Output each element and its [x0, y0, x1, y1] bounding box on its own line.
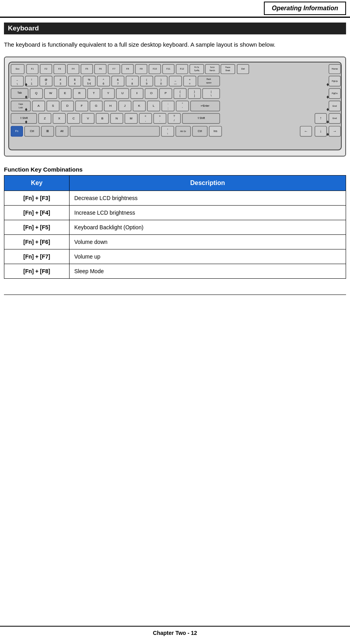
svg-text:Q: Q: [35, 91, 38, 95]
svg-text:Prt Sc: Prt Sc: [194, 66, 199, 68]
svg-text:Z: Z: [44, 117, 46, 120]
footer-text: Chapter Two - 12: [153, 630, 197, 636]
col-desc-header: Description: [70, 176, 346, 191]
svg-text:J: J: [124, 104, 126, 108]
svg-text:→: →: [333, 129, 337, 133]
table-row: [Fn] + [F6]Volume down: [4, 235, 346, 249]
fkc-table: Key Description [Fn] + [F3]Decrease LCD …: [4, 175, 346, 279]
svg-text:⊞: ⊞: [46, 129, 49, 133]
svg-text:↑: ↑: [320, 116, 322, 120]
svg-text:Alt: Alt: [60, 130, 64, 132]
svg-text:Back: Back: [207, 78, 211, 80]
svg-text:B: B: [101, 117, 103, 120]
svg-rect-79: [198, 76, 220, 86]
svg-text:5 €: 5 €: [87, 82, 91, 85]
svg-text:U: U: [121, 91, 124, 95]
footer: Chapter Two - 12: [0, 626, 350, 636]
svg-text:$: $: [74, 78, 75, 81]
svg-text:T: T: [93, 91, 95, 95]
svg-text:?: ?: [173, 115, 175, 117]
table-cell-desc: Increase LCD brightness: [70, 206, 346, 220]
svg-text:4: 4: [74, 82, 75, 85]
svg-rect-117: [11, 101, 30, 111]
svg-text:F10: F10: [153, 68, 157, 70]
svg-text:Ins: Ins: [214, 130, 218, 132]
svg-text:W: W: [49, 91, 53, 95]
svg-text:P: P: [165, 91, 167, 95]
svg-text:I: I: [137, 91, 137, 95]
keyboard-svg: Esc F1 F2 F3 F4 F5 F6 F7 F8 F9 F10: [8, 61, 342, 151]
svg-text:C: C: [72, 117, 75, 120]
svg-text:PgDn: PgDn: [332, 92, 338, 94]
svg-text:Break: Break: [226, 70, 230, 72]
section-heading: Keyboard: [4, 23, 346, 34]
svg-text:/: /: [174, 119, 175, 122]
svg-text:SysRq: SysRq: [194, 70, 200, 72]
table-row: [Fn] + [F5]Keyboard Backlight (Option): [4, 220, 346, 235]
svg-text:Pause: Pause: [226, 66, 231, 68]
header: Operating Information: [0, 0, 350, 18]
svg-text:~: ~: [17, 79, 18, 82]
svg-text:Esc: Esc: [16, 68, 20, 70]
svg-text:Fn: Fn: [15, 130, 19, 132]
table-row: [Fn] + [F7]Volume up: [4, 249, 346, 264]
svg-text:<: <: [145, 115, 146, 117]
svg-text:F2: F2: [45, 68, 47, 70]
header-title: Operating Information: [264, 2, 346, 15]
svg-text:M: M: [130, 117, 133, 120]
svg-text:): ): [160, 78, 161, 81]
svg-text:End: End: [333, 117, 337, 119]
svg-text:Ctrl: Ctrl: [30, 130, 34, 132]
svg-text:D: D: [66, 104, 69, 108]
svg-text:0: 0: [160, 82, 162, 85]
table-cell-key: [Fn] + [F3]: [4, 191, 70, 206]
svg-text:6: 6: [103, 82, 104, 85]
svg-text:]: ]: [194, 94, 195, 97]
table-row: [Fn] + [F3]Decrease LCD brightness: [4, 191, 346, 206]
svg-text:>: >: [159, 115, 161, 117]
table-cell-desc: Volume down: [70, 235, 346, 249]
svg-text:Ctrl: Ctrl: [198, 130, 202, 132]
svg-text:F11: F11: [166, 68, 170, 70]
svg-text:R: R: [78, 91, 81, 95]
svg-text:⇧Shift: ⇧Shift: [197, 117, 205, 119]
svg-text:Tab: Tab: [17, 91, 22, 94]
svg-text:F6: F6: [99, 68, 102, 70]
svg-text:Del: Del: [241, 68, 245, 70]
svg-text:.: .: [160, 119, 160, 122]
svg-text:F12: F12: [180, 68, 184, 70]
table-row: [Fn] + [F4]Increase LCD brightness: [4, 206, 346, 220]
svg-text:@: @: [45, 78, 47, 81]
table-cell-desc: Keyboard Backlight (Option): [70, 220, 346, 235]
svg-rect-27: [190, 64, 203, 74]
svg-text:1: 1: [31, 82, 32, 85]
svg-text:9: 9: [146, 82, 147, 85]
table-cell-desc: Volume up: [70, 249, 346, 264]
svg-text:,: ,: [145, 119, 146, 122]
svg-text:NumLk: NumLk: [209, 70, 215, 72]
svg-text:F8: F8: [126, 68, 130, 70]
svg-text:&: &: [117, 78, 119, 81]
footer-line-top: [4, 295, 346, 295]
svg-text:O: O: [150, 91, 152, 95]
keyboard-image: Esc F1 F2 F3 F4 F5 F6 F7 F8 F9 F10: [4, 57, 346, 157]
svg-text:F4: F4: [72, 68, 75, 70]
table-cell-key: [Fn] + [F8]: [4, 264, 70, 279]
svg-text:←: ←: [304, 129, 308, 133]
svg-text:': ': [182, 107, 183, 110]
svg-text:F: F: [81, 104, 83, 108]
table-cell-desc: Decrease LCD brightness: [70, 191, 346, 206]
svg-text:N: N: [116, 117, 118, 120]
svg-text:Caps: Caps: [19, 103, 23, 105]
svg-rect-33: [221, 64, 235, 74]
table-cell-key: [Fn] + [F7]: [4, 249, 70, 264]
svg-text:*: *: [132, 78, 133, 81]
svg-text:\: \: [17, 83, 18, 85]
svg-text:2: 2: [45, 82, 47, 85]
svg-text:F3: F3: [58, 68, 61, 70]
svg-text:+: +: [189, 78, 190, 81]
svg-text:;: ;: [167, 107, 168, 110]
svg-text:E: E: [64, 91, 66, 95]
svg-text:K: K: [138, 104, 141, 108]
svg-text:V: V: [87, 117, 89, 120]
